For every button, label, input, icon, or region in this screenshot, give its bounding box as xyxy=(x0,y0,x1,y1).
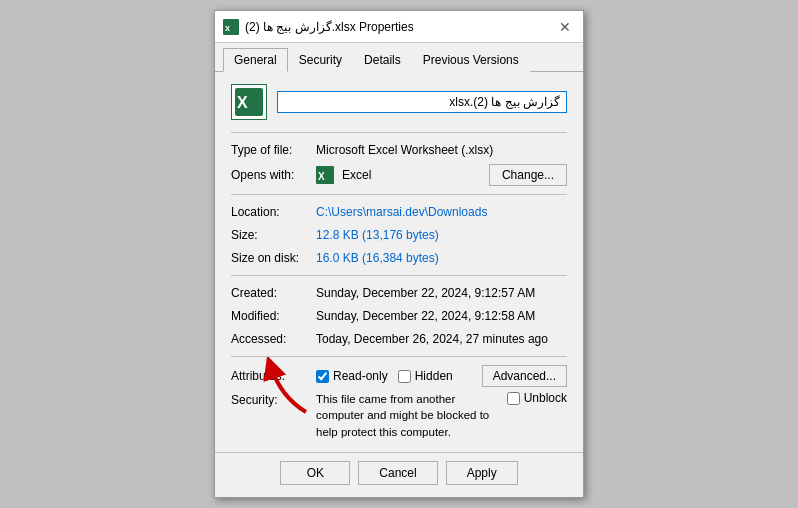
size-value: 12.8 KB (13,176 bytes) xyxy=(316,226,567,244)
dialog-title: گزارش بیج ها (2).xlsx Properties xyxy=(245,20,414,34)
readonly-checkbox[interactable] xyxy=(316,370,329,383)
change-button[interactable]: Change... xyxy=(489,164,567,186)
size-row: Size: 12.8 KB (13,176 bytes) xyxy=(231,226,567,244)
svg-text:x: x xyxy=(225,23,230,33)
size-disk-value: 16.0 KB (16,384 bytes) xyxy=(316,249,567,267)
security-content: This file came from another computer and… xyxy=(316,391,567,439)
created-value: Sunday, December 22, 2024, 9:12:57 AM xyxy=(316,284,567,302)
filename-input[interactable] xyxy=(277,91,567,113)
accessed-row: Accessed: Today, December 26, 2024, 27 m… xyxy=(231,330,567,348)
divider-1 xyxy=(231,132,567,133)
accessed-value: Today, December 26, 2024, 27 minutes ago xyxy=(316,330,567,348)
title-bar: x گزارش بیج ها (2).xlsx Properties ✕ xyxy=(215,11,583,43)
hidden-checkbox-label[interactable]: Hidden xyxy=(398,369,453,383)
divider-2 xyxy=(231,194,567,195)
opens-with-row: Opens with: X Excel Change... xyxy=(231,164,567,186)
divider-4 xyxy=(231,356,567,357)
tab-details[interactable]: Details xyxy=(353,48,412,72)
unblock-label: Unblock xyxy=(524,391,567,405)
tab-general[interactable]: General xyxy=(223,48,288,72)
tab-previous-versions[interactable]: Previous Versions xyxy=(412,48,530,72)
properties-dialog: x گزارش بیج ها (2).xlsx Properties ✕ Gen… xyxy=(214,10,584,497)
created-row: Created: Sunday, December 22, 2024, 9:12… xyxy=(231,284,567,302)
location-label: Location: xyxy=(231,203,316,221)
apply-button[interactable]: Apply xyxy=(446,461,518,485)
hidden-label: Hidden xyxy=(415,369,453,383)
unblock-area: Unblock xyxy=(507,391,567,439)
file-header: X xyxy=(231,84,567,120)
general-tab-content: X Type of file: Microsoft Excel Workshee… xyxy=(215,72,583,451)
opens-label: Opens with: xyxy=(231,168,316,182)
unblock-checkbox-label[interactable]: Unblock xyxy=(507,391,567,405)
cancel-button[interactable]: Cancel xyxy=(358,461,437,485)
readonly-checkbox-label[interactable]: Read-only xyxy=(316,369,388,383)
security-row: Security: This file came from another xyxy=(231,391,567,439)
excel-file-icon: X xyxy=(235,88,263,116)
modified-label: Modified: xyxy=(231,307,316,325)
modified-value: Sunday, December 22, 2024, 9:12:58 AM xyxy=(316,307,567,325)
type-row: Type of file: Microsoft Excel Worksheet … xyxy=(231,141,567,159)
attributes-row: Attributes: Read-only Hidden Advanced... xyxy=(231,365,567,387)
readonly-label: Read-only xyxy=(333,369,388,383)
tab-security[interactable]: Security xyxy=(288,48,353,72)
location-value: C:\Users\marsai.dev\Downloads xyxy=(316,203,567,221)
opens-content: X Excel Change... xyxy=(316,164,567,186)
hidden-checkbox[interactable] xyxy=(398,370,411,383)
ok-button[interactable]: OK xyxy=(280,461,350,485)
unblock-checkbox[interactable] xyxy=(507,392,520,405)
type-label: Type of file: xyxy=(231,141,316,159)
size-label: Size: xyxy=(231,226,316,244)
type-value: Microsoft Excel Worksheet (.xlsx) xyxy=(316,141,567,159)
tab-bar: General Security Details Previous Versio… xyxy=(215,43,583,72)
attributes-content: Read-only Hidden Advanced... xyxy=(316,365,567,387)
divider-3 xyxy=(231,275,567,276)
security-text: This file came from another computer and… xyxy=(316,391,499,439)
created-label: Created: xyxy=(231,284,316,302)
size-disk-row: Size on disk: 16.0 KB (16,384 bytes) xyxy=(231,249,567,267)
security-label: Security: xyxy=(231,391,316,407)
attributes-label: Attributes: xyxy=(231,369,316,383)
title-bar-left: x گزارش بیج ها (2).xlsx Properties xyxy=(223,19,414,35)
size-disk-label: Size on disk: xyxy=(231,249,316,267)
file-icon-box: X xyxy=(231,84,267,120)
accessed-label: Accessed: xyxy=(231,330,316,348)
opens-app: Excel xyxy=(342,168,371,182)
modified-row: Modified: Sunday, December 22, 2024, 9:1… xyxy=(231,307,567,325)
svg-text:X: X xyxy=(318,171,325,182)
advanced-button[interactable]: Advanced... xyxy=(482,365,567,387)
opens-excel-icon: X xyxy=(316,166,334,184)
close-button[interactable]: ✕ xyxy=(555,17,575,37)
location-row: Location: C:\Users\marsai.dev\Downloads xyxy=(231,203,567,221)
svg-text:X: X xyxy=(237,94,248,111)
title-excel-icon: x xyxy=(223,19,239,35)
footer-buttons: OK Cancel Apply xyxy=(215,452,583,497)
